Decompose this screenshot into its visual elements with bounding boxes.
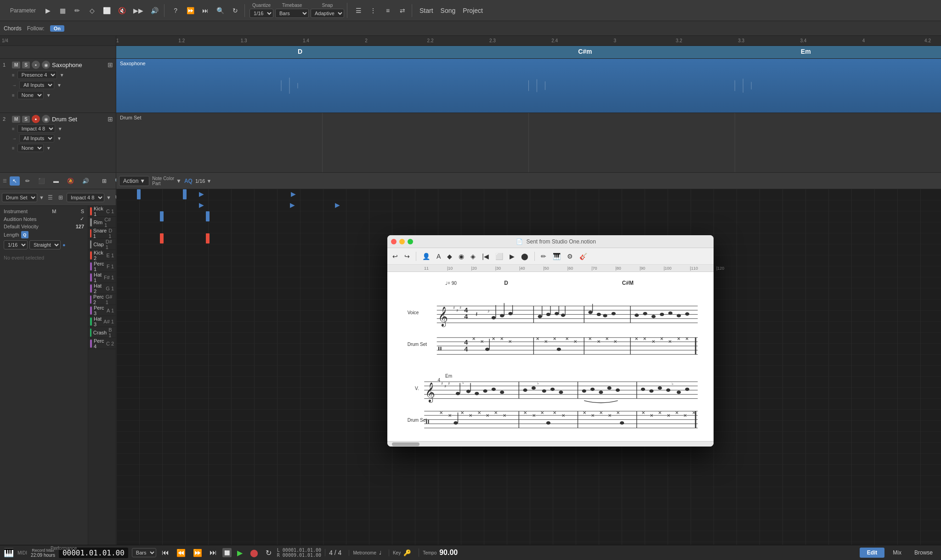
go-start-btn[interactable]: ⏮ [160, 548, 171, 558]
length-dot[interactable]: ● [62, 242, 66, 248]
rewind-btn[interactable]: ⏪ [175, 548, 187, 558]
stop-btn[interactable]: ⬜ [222, 548, 232, 557]
snap-select[interactable]: Adaptive Fixed [311, 9, 344, 18]
listen-tool-pr[interactable]: 🔊 [79, 176, 92, 186]
track-2-input-select[interactable]: All Inputs [19, 134, 54, 142]
notation-close-btn[interactable] [391, 239, 397, 244]
start-btn[interactable]: Start [417, 4, 436, 17]
track-select-btn[interactable]: ☰ [352, 4, 365, 17]
notation-scrollbar[interactable] [387, 441, 714, 447]
key-icon[interactable]: 🔑 [403, 549, 411, 556]
browse-btn[interactable]: Browse [910, 548, 937, 558]
mute-tool-pr[interactable]: 🔕 [64, 176, 77, 186]
drum-list-item[interactable]: Snare 1 D 1 [88, 228, 116, 239]
notation-settings-btn[interactable]: ⚙ [565, 251, 575, 261]
project-btn[interactable]: Project [460, 4, 486, 17]
track-2-solo[interactable]: S [22, 116, 30, 123]
pencil-tool-btn[interactable]: ✏ [71, 4, 84, 17]
skip-fwd-btn[interactable]: ⏩ [184, 4, 197, 17]
erase-tool-pr[interactable]: ▬ [51, 176, 62, 186]
drum-list-item[interactable]: Hat 3 A# 1 [88, 316, 116, 327]
edit-btn[interactable]: Edit [860, 548, 885, 558]
track-1-mixer-icon[interactable]: ⊞ [108, 61, 113, 68]
drum-list-item[interactable]: Hat 1 F# 1 [88, 272, 116, 283]
drum-list-item[interactable]: Perc 3 A 1 [88, 305, 116, 316]
velocity-value[interactable]: 127 [76, 224, 84, 229]
notation-note-btn[interactable]: A [434, 251, 443, 261]
notation-undo-btn[interactable]: ↩ [390, 251, 400, 261]
arrow-tool-btn[interactable]: ▶ [41, 4, 54, 17]
notation-dynamic-btn[interactable]: ◆ [445, 251, 454, 261]
drum-list-icon[interactable]: ☰ [46, 193, 55, 202]
drum-set-select[interactable]: Drum Set [2, 193, 37, 202]
track-2-mon-btn[interactable]: ◉ [42, 115, 50, 123]
select-tool-pr[interactable]: ↖ [10, 176, 20, 186]
track-2-mute[interactable]: M [12, 116, 20, 123]
track-2-instrument-select[interactable]: Impact 4 8 [17, 124, 55, 133]
play-tool-btn[interactable]: ▶▶ [130, 4, 146, 17]
track-2-output-select[interactable]: None [17, 144, 44, 152]
notation-pencil-btn[interactable]: ✏ [539, 251, 549, 261]
notation-guitar-btn[interactable]: 🎸 [577, 251, 590, 261]
track-1-mute[interactable]: M [12, 62, 20, 68]
snap-tool-pr[interactable]: ⊞ [99, 176, 109, 186]
loop-btn[interactable]: ↻ [229, 4, 242, 17]
notation-playback-btn[interactable]: ▶ [507, 251, 517, 261]
bars-select[interactable]: Bars [132, 548, 156, 557]
help-btn[interactable]: ? [169, 4, 182, 17]
quantize-select[interactable]: 1/16 1/8 1/4 [249, 9, 273, 18]
track-io-btn[interactable]: ⇄ [396, 4, 409, 17]
track-1-mon-btn[interactable]: ◉ [42, 61, 50, 69]
notation-smart-btn[interactable]: ◈ [468, 251, 478, 261]
notation-stop-btn[interactable]: ⬜ [493, 251, 505, 261]
song-btn[interactable]: Song [438, 4, 459, 17]
drum-list-item[interactable]: Hat 2 G 1 [88, 283, 116, 294]
notation-maximize-btn[interactable] [408, 239, 413, 244]
drum-list-item[interactable]: Clap D# 1 [88, 239, 116, 250]
drum-list-item[interactable]: Kick 1 C 1 [88, 206, 116, 217]
drum-list-item[interactable]: Crash B 1 [88, 327, 116, 338]
track-group-btn[interactable]: ⋮ [367, 4, 380, 17]
drum-list-item[interactable]: Rim C# 1 [88, 217, 116, 228]
drum-list-item[interactable]: Perc 4 C 2 [88, 338, 116, 349]
play-btn[interactable]: ▶ [235, 548, 244, 558]
action-dropdown[interactable]: Action ▼ [119, 176, 149, 186]
eraser-tool-btn[interactable]: ◇ [85, 4, 98, 17]
zoom-btn[interactable]: 🔍 [214, 4, 227, 17]
drum-instrument-select[interactable]: Impact 4 8 [67, 193, 104, 202]
paint-tool-pr[interactable]: ⬛ [35, 176, 48, 186]
notation-text-btn[interactable]: ◉ [456, 251, 466, 261]
track-2-rec-btn[interactable]: ● [32, 115, 40, 123]
drum-list-item[interactable]: Kick 2 E 1 [88, 250, 116, 261]
mute-tool-btn[interactable]: 🔇 [115, 4, 129, 17]
notation-cursor-btn[interactable]: 👤 [420, 251, 432, 261]
go-end-btn[interactable]: ⏭ [208, 548, 219, 558]
track-1-instrument-select[interactable]: Presence 4 [17, 71, 57, 79]
track-2-content[interactable]: Drum Set [116, 113, 941, 173]
notation-record-btn[interactable]: ⬤ [519, 251, 531, 261]
drum-list-item[interactable]: Perc 1 F 1 [88, 261, 116, 272]
track-1-solo[interactable]: S [22, 62, 30, 68]
fast-forward-btn[interactable]: ⏩ [191, 548, 204, 558]
notation-score-content[interactable]: ♩= 90 D C#M Voice [387, 272, 714, 441]
track-2-mixer-icon[interactable]: ⊞ [108, 115, 113, 123]
straight-select[interactable]: Straight Triplet Dotted [29, 240, 61, 249]
track-1-content[interactable]: Saxophone [116, 59, 941, 113]
notation-play-btn[interactable]: |◀ [480, 251, 491, 261]
loop-transport-btn[interactable]: ↻ [264, 548, 273, 558]
track-1-input-select[interactable]: All Inputs [19, 81, 54, 89]
follow-on-badge[interactable]: On [50, 25, 64, 32]
record-btn[interactable]: ⬤ [248, 548, 260, 558]
mix-btn[interactable]: Mix [888, 548, 906, 558]
track-1-rec-btn[interactable]: ● [32, 61, 40, 69]
timebase-select[interactable]: Bars Seconds [275, 9, 309, 18]
length-value-select[interactable]: 1/16 1/8 1/4 [4, 240, 28, 249]
marquee-tool-btn[interactable]: ▦ [56, 4, 69, 17]
drum-pattern-icon[interactable]: ⊞ [57, 193, 65, 202]
track-mix-btn[interactable]: ≡ [381, 4, 394, 17]
skip-fwd2-btn[interactable]: ⏭ [199, 4, 212, 17]
track-1-output-select[interactable]: None [17, 91, 44, 99]
pencil-tool-pr[interactable]: ✏ [23, 176, 33, 186]
notation-redo-btn[interactable]: ↪ [402, 251, 412, 261]
notation-piano-btn[interactable]: 🎹 [550, 251, 563, 261]
